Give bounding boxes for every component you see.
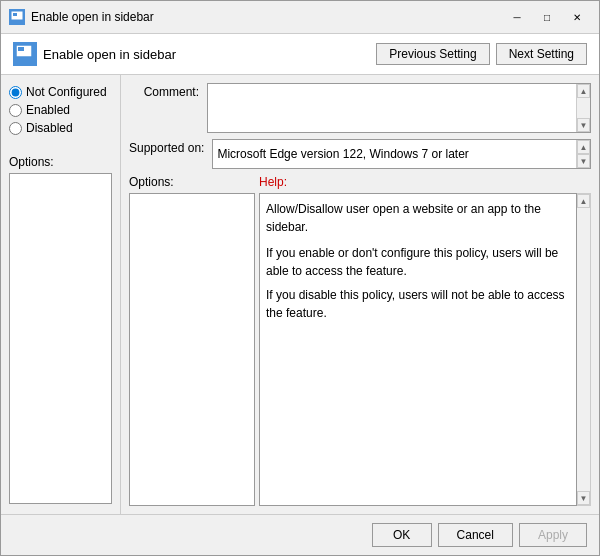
svg-rect-5 [16, 58, 32, 61]
supported-on-label: Supported on: [129, 139, 204, 155]
cancel-button[interactable]: Cancel [438, 523, 513, 547]
svg-rect-1 [13, 13, 17, 16]
help-col: Help: Allow/Disallow user open a website… [259, 175, 591, 506]
help-scroll-up[interactable]: ▲ [577, 194, 590, 208]
radio-disabled-label: Disabled [26, 121, 73, 135]
window-title: Enable open in sidebar [31, 10, 154, 24]
header-left: Enable open in sidebar [13, 42, 176, 66]
comment-scroll-down[interactable]: ▼ [577, 118, 590, 132]
apply-button[interactable]: Apply [519, 523, 587, 547]
options-box [9, 173, 112, 504]
help-col-label: Help: [259, 175, 591, 189]
next-setting-button[interactable]: Next Setting [496, 43, 587, 65]
minimize-button[interactable]: ─ [503, 7, 531, 27]
radio-group: Not Configured Enabled Disabled [9, 85, 112, 135]
supported-scrollbar[interactable]: ▲ ▼ [576, 140, 590, 168]
comment-textarea[interactable] [208, 84, 576, 132]
help-text-3: If you disable this policy, users will n… [266, 286, 570, 322]
radio-enabled-input[interactable] [9, 104, 22, 117]
maximize-button[interactable]: □ [533, 7, 561, 27]
supported-scroll-up[interactable]: ▲ [577, 140, 590, 154]
supported-section: Supported on: Microsoft Edge version 122… [129, 139, 591, 169]
svg-rect-4 [18, 47, 24, 51]
help-scrollbar[interactable]: ▲ ▼ [577, 193, 591, 506]
left-panel: Not Configured Enabled Disabled Options: [1, 75, 121, 514]
options-label: Options: [9, 155, 112, 169]
supported-scroll-down[interactable]: ▼ [577, 154, 590, 168]
options-col-label: Options: [129, 175, 255, 189]
comment-input-area: ▲ ▼ [207, 83, 591, 133]
options-col: Options: [129, 175, 259, 506]
svg-rect-2 [11, 21, 23, 23]
main-window: Enable open in sidebar ─ □ ✕ Enable open… [0, 0, 600, 556]
radio-disabled-input[interactable] [9, 122, 22, 135]
title-buttons: ─ □ ✕ [503, 7, 591, 27]
supported-text: Microsoft Edge version 122, Windows 7 or… [213, 140, 576, 168]
comment-label: Comment: [129, 83, 199, 133]
previous-setting-button[interactable]: Previous Setting [376, 43, 489, 65]
help-box: Allow/Disallow user open a website or an… [259, 193, 577, 506]
help-text-1: Allow/Disallow user open a website or an… [266, 200, 570, 236]
right-panel: Comment: ▲ ▼ Supported on: Microsoft Edg… [121, 75, 599, 514]
supported-input-area: Microsoft Edge version 122, Windows 7 or… [212, 139, 591, 169]
window-icon [9, 9, 25, 25]
header-title: Enable open in sidebar [43, 47, 176, 62]
header-icon [13, 42, 37, 66]
radio-not-configured[interactable]: Not Configured [9, 85, 112, 99]
radio-enabled-label: Enabled [26, 103, 70, 117]
radio-disabled[interactable]: Disabled [9, 121, 112, 135]
help-scroll-down[interactable]: ▼ [577, 491, 590, 505]
title-bar: Enable open in sidebar ─ □ ✕ [1, 1, 599, 34]
comment-scrollbar[interactable]: ▲ ▼ [576, 84, 590, 132]
help-text-2: If you enable or don't configure this po… [266, 244, 570, 280]
header-buttons: Previous Setting Next Setting [376, 43, 587, 65]
comment-scroll-up[interactable]: ▲ [577, 84, 590, 98]
header-bar: Enable open in sidebar Previous Setting … [1, 34, 599, 75]
help-box-wrap: Allow/Disallow user open a website or an… [259, 193, 591, 506]
footer: OK Cancel Apply [1, 514, 599, 555]
radio-not-configured-label: Not Configured [26, 85, 107, 99]
comment-section: Comment: ▲ ▼ [129, 83, 591, 133]
options-list-box [129, 193, 255, 506]
close-button[interactable]: ✕ [563, 7, 591, 27]
columns-section: Options: Help: Allow/Disallow user open … [129, 175, 591, 506]
radio-enabled[interactable]: Enabled [9, 103, 112, 117]
radio-not-configured-input[interactable] [9, 86, 22, 99]
main-content: Not Configured Enabled Disabled Options: [1, 75, 599, 514]
ok-button[interactable]: OK [372, 523, 432, 547]
title-bar-left: Enable open in sidebar [9, 9, 154, 25]
